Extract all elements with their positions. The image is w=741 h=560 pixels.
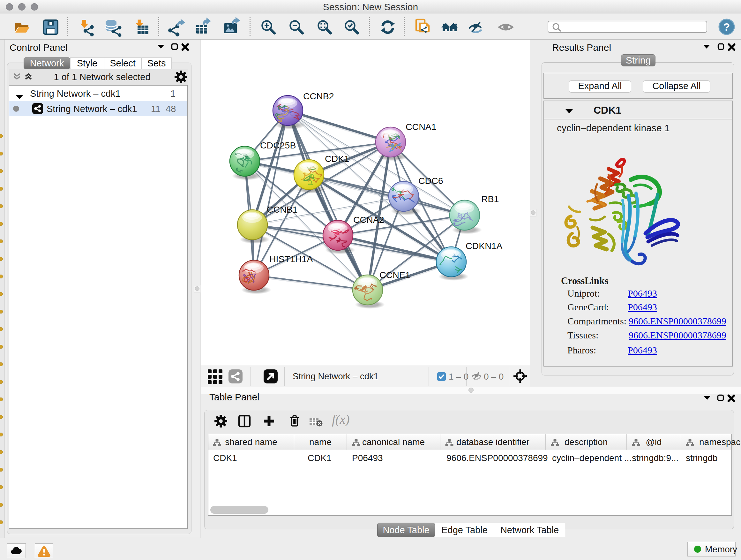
svg-text:CCNA1: CCNA1 (406, 122, 436, 132)
svg-text:f(x): f(x) (332, 413, 350, 427)
svg-text:CCNB2: CCNB2 (303, 91, 334, 101)
svg-text:CDK1: CDK1 (325, 153, 349, 164)
svg-text:CCNB1: CCNB1 (267, 204, 298, 214)
svg-text:CDKN1A: CDKN1A (466, 241, 502, 251)
svg-text:HIST1H1A: HIST1H1A (269, 254, 313, 264)
svg-text:CCNA2: CCNA2 (353, 214, 384, 225)
svg-text:RB1: RB1 (481, 194, 499, 204)
svg-text:CDC25B: CDC25B (260, 140, 296, 150)
svg-text:CCNE1: CCNE1 (380, 270, 410, 280)
svg-text:?: ? (724, 21, 730, 33)
svg-text:CDC6: CDC6 (418, 176, 443, 186)
